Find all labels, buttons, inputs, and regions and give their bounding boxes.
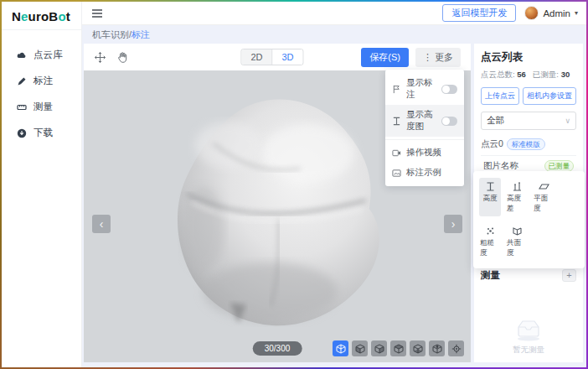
canvas-toolbar: 2D 3D 保存(S) ⋮ 更多 bbox=[84, 44, 471, 70]
show-heightmap-toggle[interactable] bbox=[441, 117, 457, 126]
stat-total-value: 56 bbox=[517, 70, 526, 79]
empty-state: 暂无测量 bbox=[481, 317, 576, 357]
height-icon bbox=[485, 181, 496, 192]
measure-tools-popover: 高度 高度差 平面度 粗糙度 bbox=[473, 171, 585, 268]
sidebar-item-label: 标注 bbox=[34, 75, 53, 87]
tool-flatness[interactable]: 平面度 bbox=[533, 178, 554, 216]
next-image-button[interactable]: › bbox=[444, 215, 462, 233]
avatar bbox=[524, 6, 539, 20]
view-front-button[interactable] bbox=[352, 340, 368, 356]
filter-selected-value: 全部 bbox=[487, 115, 504, 127]
view-right-button[interactable] bbox=[410, 340, 426, 356]
gradient-frame: NeuroBot 点云库 标注 测量 下载 返回模型开发 bbox=[0, 0, 588, 369]
tool-roughness[interactable]: 粗糙度 bbox=[479, 222, 501, 261]
topbar: 返回模型开发 Admin ▾ bbox=[82, 2, 586, 25]
logo-text: N bbox=[12, 9, 21, 23]
flatness-icon bbox=[539, 181, 549, 192]
breadcrumb-parent: 机车识别 bbox=[92, 29, 129, 39]
menu-item-tutorial-video[interactable]: 操作视频 bbox=[385, 143, 464, 163]
view-back-button[interactable] bbox=[371, 340, 387, 356]
upload-pointcloud-button[interactable]: 上传点云 bbox=[481, 87, 519, 105]
flag-icon bbox=[392, 85, 401, 94]
stat-measured-label: 已测量: bbox=[533, 70, 559, 79]
app-window: NeuroBot 点云库 标注 测量 下载 返回模型开发 bbox=[2, 2, 586, 367]
stat-measured-value: 30 bbox=[561, 70, 570, 79]
cloud-icon bbox=[17, 50, 27, 60]
view-iso-button[interactable] bbox=[333, 340, 348, 356]
chevron-down-icon: ∨ bbox=[565, 117, 570, 125]
frame-counter: 30/300 bbox=[253, 341, 302, 356]
pen-icon bbox=[17, 76, 27, 86]
sidebar: NeuroBot 点云库 标注 测量 下载 bbox=[2, 2, 82, 367]
coplanarity-icon bbox=[512, 226, 523, 236]
panel-title: 点云列表 bbox=[481, 50, 576, 65]
stat-total-label: 点云总数: bbox=[481, 70, 515, 79]
pointcloud-name: 点云0 bbox=[481, 138, 503, 150]
more-dropdown-menu: 显示标注 显示高度图 操作视频 标注示例 bbox=[385, 70, 464, 186]
save-button[interactable]: 保存(S) bbox=[361, 48, 409, 67]
recenter-view-button[interactable] bbox=[448, 340, 464, 356]
sidebar-item-annotate[interactable]: 标注 bbox=[2, 68, 81, 94]
view-orientation-buttons bbox=[333, 340, 464, 356]
pointcloud-panel: 点云列表 点云总数: 56 已测量: 30 上传点云 相机内参设置 全部 ∨ 点… bbox=[474, 44, 583, 362]
mode-2d-button[interactable]: 2D bbox=[241, 49, 272, 65]
height-difference-icon bbox=[512, 181, 523, 192]
download-icon bbox=[17, 128, 27, 138]
measured-badge: 已测量 bbox=[544, 160, 575, 172]
view-mode-switch: 2D 3D bbox=[240, 49, 303, 65]
sidebar-item-label: 点云库 bbox=[34, 49, 63, 61]
sidebar-item-measure[interactable]: 测量 bbox=[2, 94, 81, 120]
menu-item-annotation-example[interactable]: 标注示例 bbox=[385, 163, 464, 183]
pointcloud-group-row[interactable]: 点云0 标准模版 bbox=[481, 137, 576, 156]
menu-divider bbox=[385, 139, 464, 140]
camera-intrinsics-button[interactable]: 相机内参设置 bbox=[523, 87, 576, 105]
empty-box-icon bbox=[512, 317, 545, 342]
sidebar-item-label: 下载 bbox=[34, 127, 53, 139]
filter-select[interactable]: 全部 ∨ bbox=[481, 112, 576, 130]
empty-text: 暂无测量 bbox=[513, 345, 544, 356]
collapse-sidebar-icon[interactable] bbox=[90, 7, 104, 20]
tool-height[interactable]: 高度 bbox=[479, 178, 501, 216]
more-button[interactable]: ⋮ 更多 bbox=[415, 48, 461, 67]
canvas-card: 2D 3D 保存(S) ⋮ 更多 显示标注 bbox=[84, 44, 471, 362]
breadcrumb-current[interactable]: 标注 bbox=[132, 29, 150, 39]
tool-height-difference[interactable]: 高度差 bbox=[506, 178, 528, 216]
menu-item-show-annotations[interactable]: 显示标注 bbox=[385, 73, 464, 105]
sidebar-item-download[interactable]: 下载 bbox=[2, 120, 81, 146]
mode-3d-button[interactable]: 3D bbox=[272, 49, 302, 65]
view-top-button[interactable] bbox=[429, 340, 445, 356]
roughness-icon bbox=[485, 226, 496, 236]
prev-image-button[interactable]: ‹ bbox=[92, 215, 111, 233]
main-area: 返回模型开发 Admin ▾ 机车识别/标注 2D 3D bbox=[82, 2, 586, 367]
caret-down-icon: ▾ bbox=[575, 9, 578, 17]
ruler-icon bbox=[17, 102, 27, 112]
add-measure-button[interactable]: + bbox=[562, 269, 576, 282]
sidebar-nav: 点云库 标注 测量 下载 bbox=[2, 30, 81, 146]
logo-gear-icon: o bbox=[58, 9, 65, 23]
sidebar-item-label: 测量 bbox=[34, 101, 53, 113]
sidebar-item-pointcloud-library[interactable]: 点云库 bbox=[2, 42, 81, 68]
user-menu[interactable]: Admin ▾ bbox=[524, 6, 578, 20]
menu-item-show-heightmap[interactable]: 显示高度图 bbox=[385, 105, 464, 137]
example-image-icon bbox=[392, 169, 401, 178]
pan-move-icon[interactable] bbox=[94, 51, 106, 64]
tooth-model bbox=[153, 95, 392, 338]
username: Admin bbox=[543, 8, 570, 18]
hand-grab-icon[interactable] bbox=[116, 51, 129, 64]
app-logo: NeuroBot bbox=[2, 2, 81, 30]
video-icon bbox=[392, 148, 401, 158]
measure-title: 测量 bbox=[481, 269, 500, 282]
more-dots-icon: ⋮ bbox=[423, 52, 432, 62]
content: 2D 3D 保存(S) ⋮ 更多 显示标注 bbox=[82, 44, 586, 367]
panel-stats: 点云总数: 56 已测量: 30 bbox=[481, 70, 576, 81]
logo-gear-icon: e bbox=[21, 9, 28, 23]
template-tag: 标准模版 bbox=[507, 138, 545, 150]
tool-coplanarity[interactable]: 共面度 bbox=[506, 222, 528, 261]
back-to-model-dev-button[interactable]: 返回模型开发 bbox=[442, 4, 516, 22]
view-left-button[interactable] bbox=[390, 340, 406, 356]
ibeam-icon bbox=[392, 117, 401, 126]
show-annotations-toggle[interactable] bbox=[441, 85, 457, 94]
breadcrumb: 机车识别/标注 bbox=[82, 25, 586, 44]
